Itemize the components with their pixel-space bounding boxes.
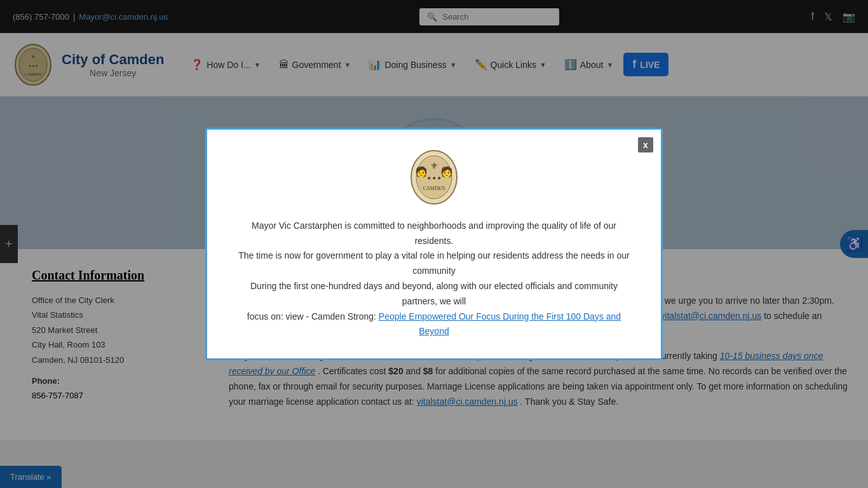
modal-close-button[interactable]: x	[638, 137, 653, 152]
svg-text:🧑: 🧑	[415, 166, 428, 178]
modal-overlay[interactable]: x ⚜ ✦✦✦ CAMDEN 🧑 🧑 Mayor Vic Carstarphen…	[0, 0, 868, 440]
modal-seal: ⚜ ✦✦✦ CAMDEN 🧑 🧑	[409, 149, 459, 206]
svg-text:CAMDEN: CAMDEN	[423, 186, 445, 191]
modal-text-2: The time is now for government to play a…	[238, 250, 630, 276]
modal-text: Mayor Vic Carstarphen is committed to ne…	[233, 219, 635, 339]
svg-text:⚜: ⚜	[430, 161, 438, 171]
modal-logo: ⚜ ✦✦✦ CAMDEN 🧑 🧑	[233, 149, 635, 206]
modal-text-4: focus on: view - Camden Strong:	[247, 311, 376, 322]
modal-text-1: Mayor Vic Carstarphen is committed to ne…	[252, 220, 616, 246]
modal-dialog: x ⚜ ✦✦✦ CAMDEN 🧑 🧑 Mayor Vic Carstarphen…	[205, 128, 663, 360]
modal-link[interactable]: People Empowered Our Focus During the Fi…	[379, 311, 621, 337]
svg-text:✦✦✦: ✦✦✦	[426, 175, 442, 182]
modal-text-3: During the first one-hundred days and be…	[250, 281, 618, 306]
svg-text:🧑: 🧑	[440, 166, 453, 178]
